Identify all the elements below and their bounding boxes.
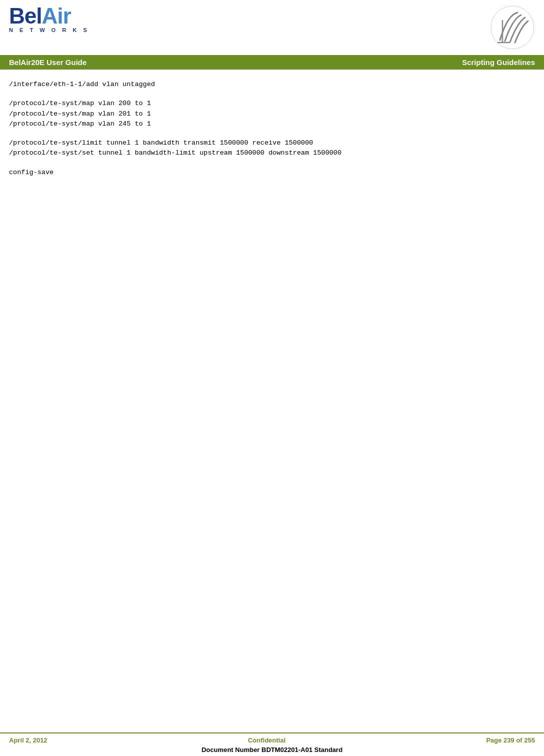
brand-name: BelAir xyxy=(9,5,90,27)
brand-bel: Bel xyxy=(9,4,42,28)
code-line-7: /protocol/te-syst/set tunnel 1 bandwidth… xyxy=(9,148,535,158)
code-block: /interface/eth-1-1/add vlan untagged/pro… xyxy=(9,80,535,178)
footer-docnum: Document Number BDTM02201-A01 Standard xyxy=(202,746,343,753)
footer-page: Page 239 of 255 xyxy=(486,736,535,744)
page-content: /interface/eth-1-1/add vlan untagged/pro… xyxy=(0,70,544,183)
page-header: BelAir N E T W O R K S xyxy=(0,0,544,55)
code-line-3: /protocol/te-syst/map vlan 201 to 1 xyxy=(9,109,535,119)
guide-title: BelAir20E User Guide xyxy=(9,58,87,67)
logo-area: BelAir N E T W O R K S xyxy=(9,5,90,33)
code-line-0: /interface/eth-1-1/add vlan untagged xyxy=(9,80,535,90)
code-spacer-5 xyxy=(9,129,535,138)
footer-top-row: April 2, 2012 Confidential Page 239 of 2… xyxy=(9,736,535,744)
belair-logo: BelAir N E T W O R K S xyxy=(9,5,90,33)
code-spacer-1 xyxy=(9,90,535,99)
brand-air: Air xyxy=(42,4,71,28)
code-line-2: /protocol/te-syst/map vlan 200 to 1 xyxy=(9,99,535,109)
footer-bottom-row: Document Number BDTM02201-A01 Standard xyxy=(9,745,535,754)
code-line-6: /protocol/te-syst/limit tunnel 1 bandwid… xyxy=(9,138,535,148)
code-spacer-8 xyxy=(9,159,535,168)
title-bar: BelAir20E User Guide Scripting Guideline… xyxy=(0,55,544,70)
section-title: Scripting Guidelines xyxy=(462,58,535,67)
svg-point-0 xyxy=(491,6,534,49)
header-icon xyxy=(490,5,535,52)
page-footer: April 2, 2012 Confidential Page 239 of 2… xyxy=(0,732,544,756)
networks-label: N E T W O R K S xyxy=(9,27,90,33)
code-line-4: /protocol/te-syst/map vlan 245 to 1 xyxy=(9,119,535,129)
footer-date: April 2, 2012 xyxy=(9,736,48,744)
footer-confidential: Confidential xyxy=(248,736,285,744)
code-line-9: config-save xyxy=(9,168,535,178)
